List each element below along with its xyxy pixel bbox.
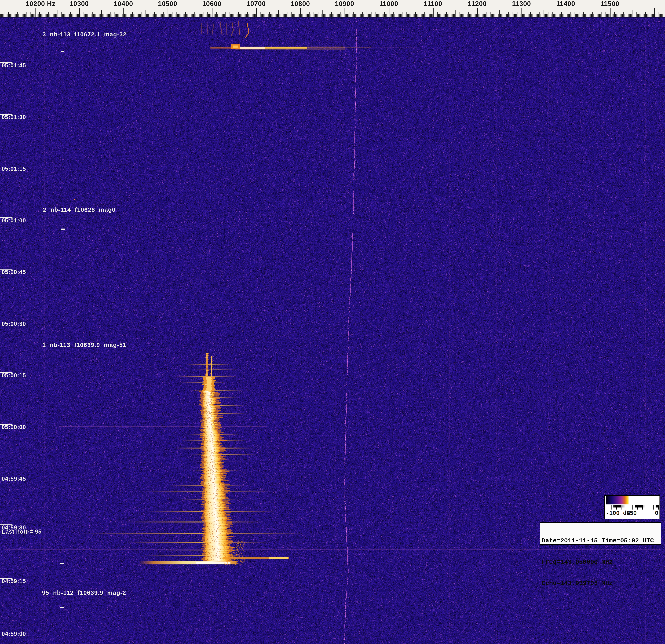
colorbar-gradient bbox=[606, 496, 659, 505]
time-label: 04:59:15 bbox=[2, 578, 26, 584]
time-label: 04:59:00 bbox=[2, 630, 26, 637]
freq-tick-label: 10600 bbox=[202, 0, 222, 7]
event-annotation-label: 2 nb-114 f10628 mag0 bbox=[43, 206, 116, 213]
info-line-echo: Echo=143.039795 MHz bbox=[542, 580, 659, 587]
event-marker-dash bbox=[60, 563, 64, 564]
freq-tick-label: 10200 Hz bbox=[26, 0, 56, 7]
last-hour-count-label: Last hour= 95 bbox=[2, 528, 42, 535]
time-label: 05:00:15 bbox=[2, 372, 26, 379]
freq-tick-label: 10500 bbox=[158, 0, 177, 7]
freq-tick-label: 10700 bbox=[246, 0, 266, 7]
event-annotation-label: 3 nb-113 f10672.1 mag-32 bbox=[42, 31, 127, 38]
time-label: 05:01:00 bbox=[2, 217, 26, 224]
time-label: 05:00:00 bbox=[2, 424, 26, 430]
event-marker-dash bbox=[60, 607, 64, 608]
time-label: 05:00:30 bbox=[2, 321, 26, 327]
info-box: Date=2011-11-15 Time=05:02 UTC Freq=143.… bbox=[539, 522, 661, 545]
spectrogram-screen: 10200 Hz10300104001050010600107001080010… bbox=[0, 0, 665, 644]
event-annotation-label: 1 nb-113 f10639.9 mag-51 bbox=[42, 342, 127, 348]
freq-tick-label: 10400 bbox=[114, 0, 133, 7]
event-annotation-label: 95 nb-112 f10639.9 mag-2 bbox=[42, 589, 126, 596]
colorbar-ticks-minor bbox=[606, 505, 659, 508]
time-label: 05:01:45 bbox=[2, 62, 26, 69]
colorbar-legend: -100 dB -50 0 bbox=[604, 495, 660, 519]
freq-tick-label: 11400 bbox=[556, 0, 575, 7]
freq-tick-label: 11000 bbox=[379, 0, 398, 7]
db-label-mid: -50 bbox=[626, 510, 637, 517]
freq-tick-label: 10800 bbox=[291, 0, 310, 7]
info-line-frequency: Freq=143.050000 MHz bbox=[542, 558, 659, 566]
event-marker-dash bbox=[61, 229, 65, 230]
freq-tick-label: 11500 bbox=[601, 0, 619, 7]
db-label-max: 0 bbox=[655, 510, 658, 517]
time-label: 05:01:15 bbox=[2, 166, 26, 172]
event-marker-dash bbox=[61, 51, 64, 52]
freq-tick-label: 10300 bbox=[70, 0, 89, 7]
info-line-date-time: Date=2011-11-15 Time=05:02 UTC bbox=[542, 537, 659, 544]
time-label: 04:59:45 bbox=[2, 475, 26, 482]
freq-tick-label: 10900 bbox=[335, 0, 354, 7]
freq-tick-label: 11100 bbox=[424, 0, 442, 7]
time-label: 05:00:45 bbox=[2, 269, 26, 275]
time-label: 05:01:30 bbox=[2, 114, 26, 120]
freq-tick-label: 11200 bbox=[468, 0, 487, 7]
freq-tick-label: 11300 bbox=[512, 0, 531, 7]
